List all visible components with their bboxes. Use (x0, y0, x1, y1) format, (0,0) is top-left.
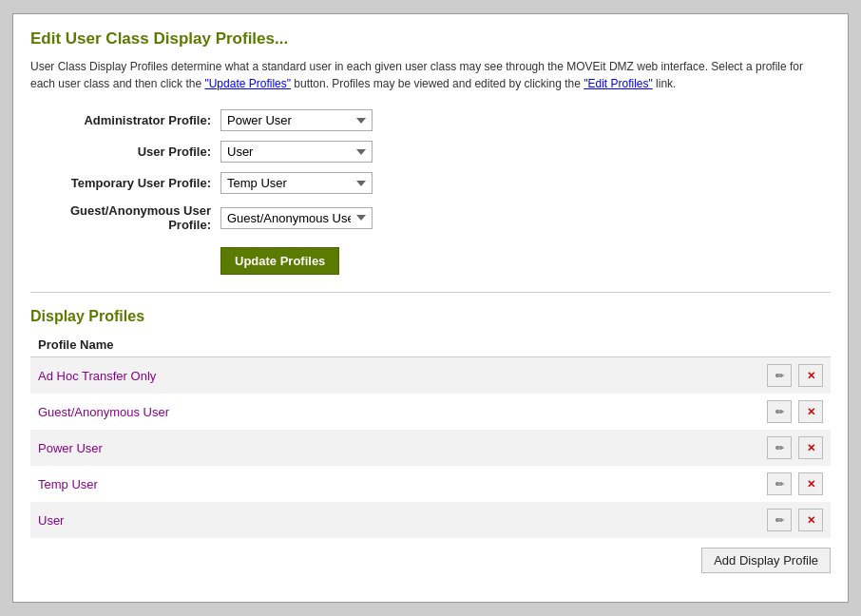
main-window: Edit User Class Display Profiles... User… (12, 13, 849, 603)
table-row: Guest/Anonymous User (30, 394, 831, 430)
table-row: User (30, 502, 831, 538)
guest-label: Guest/Anonymous User Profile: (30, 203, 220, 232)
table-row: Temp User (30, 466, 831, 502)
update-profiles-row: Update Profiles (30, 241, 831, 275)
edit-profile-button[interactable] (767, 400, 792, 423)
temp-user-profile-row: Temporary User Profile: Temp User Power … (30, 172, 831, 194)
pencil-icon (775, 405, 784, 418)
edit-profile-button[interactable] (767, 364, 792, 387)
table-row: Power User (30, 430, 831, 466)
user-class-form: Administrator Profile: Power User User T… (30, 109, 831, 293)
profile-name-link[interactable]: User (38, 513, 64, 528)
user-profile-select[interactable]: User Power User Temp User Guest/Anonymou… (220, 141, 373, 163)
admin-profile-label: Administrator Profile: (30, 113, 220, 127)
profiles-table: Profile Name Ad Hoc Transfer Only Guest/… (30, 333, 831, 538)
profile-name-link[interactable]: Temp User (38, 477, 98, 491)
delete-profile-button[interactable] (798, 436, 823, 459)
delete-profile-button[interactable] (798, 400, 823, 423)
user-profile-label: User Profile: (30, 144, 220, 159)
delete-profile-button[interactable] (798, 364, 823, 387)
table-row: Ad Hoc Transfer Only (30, 357, 831, 395)
x-icon (807, 405, 815, 418)
x-icon (807, 441, 815, 454)
profile-name-column-header: Profile Name (30, 333, 755, 357)
edit-profile-button[interactable] (767, 436, 792, 459)
x-icon (807, 369, 815, 382)
admin-profile-select[interactable]: Power User User Temp User Guest/Anonymou… (220, 109, 373, 131)
pencil-icon (775, 513, 784, 527)
delete-profile-button[interactable] (798, 509, 823, 531)
pencil-icon (775, 477, 784, 491)
add-profile-row: Add Display Profile (30, 548, 831, 573)
edit-profile-button[interactable] (767, 509, 792, 531)
temp-user-label: Temporary User Profile: (30, 176, 220, 190)
page-title: Edit User Class Display Profiles... (30, 29, 831, 48)
add-display-profile-button[interactable]: Add Display Profile (701, 548, 831, 573)
user-profile-row: User Profile: User Power User Temp User … (30, 141, 831, 163)
temp-user-profile-select[interactable]: Temp User Power User User Guest/Anonymou… (220, 172, 373, 194)
edit-profile-button[interactable] (767, 472, 792, 495)
x-icon (807, 513, 815, 527)
profile-name-link[interactable]: Ad Hoc Transfer Only (38, 369, 156, 383)
display-profiles-section: Display Profiles Profile Name Ad Hoc Tra… (30, 308, 831, 573)
admin-profile-row: Administrator Profile: Power User User T… (30, 109, 831, 131)
guest-profile-row: Guest/Anonymous User Profile: Guest/Anon… (30, 203, 831, 232)
pencil-icon (775, 369, 784, 382)
profile-name-link[interactable]: Guest/Anonymous User (38, 405, 169, 419)
update-profiles-button[interactable]: Update Profiles (220, 247, 339, 275)
pencil-icon (775, 441, 784, 454)
guest-profile-select[interactable]: Guest/Anonymous User Power User User Tem… (220, 207, 373, 229)
delete-profile-button[interactable] (798, 472, 823, 495)
display-profiles-title: Display Profiles (30, 308, 831, 325)
page-description: User Class Display Profiles determine wh… (30, 58, 831, 92)
x-icon (807, 477, 815, 491)
profile-name-link[interactable]: Power User (38, 441, 103, 455)
